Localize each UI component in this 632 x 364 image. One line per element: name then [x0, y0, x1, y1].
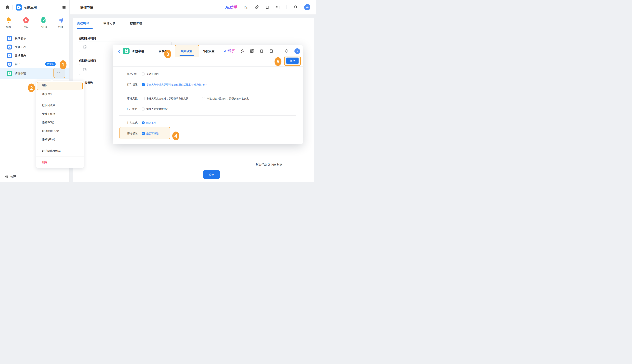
- sidebar-item-related-subtable[interactable]: 关联子表: [0, 43, 70, 51]
- approve-opinion-checkbox[interactable]: [142, 97, 145, 100]
- more-actions-button[interactable]: [54, 68, 65, 78]
- sidebar-item-output[interactable]: 输出: [0, 60, 70, 68]
- user-avatar[interactable]: 英: [304, 4, 310, 10]
- sidebar-item-label: 联动表单: [15, 37, 26, 40]
- menu-divider: [36, 144, 84, 144]
- active-dialog-tab-underline: [180, 55, 194, 56]
- row-label-print-format: 打印格式: [127, 121, 138, 124]
- row-label-approval-opinion: 审批意见: [127, 97, 138, 100]
- svg-text:¥: ¥: [18, 6, 19, 9]
- active-tab-underline: [77, 28, 93, 29]
- quick-action-cc[interactable]: 抄送: [57, 16, 65, 29]
- menu-item-hide-mobile[interactable]: 隐藏移动端: [42, 138, 55, 141]
- processed-icon: [40, 16, 47, 24]
- tab-approval-settings[interactable]: 审批设置: [203, 49, 214, 53]
- translate-icon[interactable]: A中: [240, 49, 244, 53]
- notebook-icon[interactable]: [276, 5, 280, 9]
- field-label-start-time: 假期开始时间: [79, 36, 96, 40]
- menu-item-delete[interactable]: 删除: [42, 161, 47, 164]
- menu-item-unhide-pc[interactable]: 取消隐藏PC端: [42, 130, 59, 133]
- translate-icon[interactable]: A中: [244, 5, 248, 9]
- tab-application-records[interactable]: 申请记录: [104, 21, 115, 25]
- header-divider: [13, 5, 13, 10]
- ai-assistant-button[interactable]: AI助手: [225, 5, 237, 10]
- tab-rule-settings[interactable]: 规则设置: [181, 49, 192, 53]
- quick-action-label: 已处理: [40, 26, 47, 29]
- quick-action-initiate[interactable]: 发起: [22, 16, 30, 29]
- menu-item-modify-info[interactable]: 修改信息: [42, 92, 53, 96]
- row-label-return-permission: 退回权限: [127, 72, 138, 76]
- menu-divider: [36, 99, 84, 99]
- return-permission-option[interactable]: 是否可退回: [146, 72, 159, 76]
- collapse-menu-icon[interactable]: [62, 6, 67, 10]
- tab-process-fill[interactable]: 流程填写: [77, 21, 89, 25]
- print-permission-checkbox[interactable]: [142, 83, 145, 86]
- apps-grid-icon[interactable]: [250, 49, 254, 53]
- user-avatar[interactable]: 英: [294, 48, 300, 54]
- submit-button[interactable]: 提交: [203, 170, 220, 179]
- context-menu: 编辑 修改信息 数据回收站 查看工作流 隐藏PC端 取消隐藏PC端 隐藏移动端 …: [36, 80, 84, 168]
- gear-icon: [5, 175, 9, 178]
- cc-plane-icon: [57, 16, 65, 24]
- menu-item-hide-pc[interactable]: 隐藏PC端: [42, 121, 54, 124]
- ai-assistant-button[interactable]: AI助手: [224, 49, 234, 53]
- back-chevron-icon[interactable]: [117, 49, 121, 53]
- notebook-icon[interactable]: [269, 49, 273, 53]
- annotation-step-4: 4: [172, 132, 179, 140]
- quick-action-label: 发起: [24, 26, 29, 29]
- default-condition-option[interactable]: 默认条件: [146, 121, 156, 124]
- menu-item-edit[interactable]: 编辑: [42, 84, 47, 87]
- apps-grid-icon[interactable]: [255, 5, 259, 9]
- form-doc-icon: [7, 53, 12, 58]
- home-icon[interactable]: [5, 4, 10, 10]
- sidebar-item-label: 输出: [15, 62, 21, 66]
- quick-action-label: 待办: [6, 26, 11, 29]
- header-separator: [279, 49, 279, 53]
- row-label-comment-permission: 评论权限: [127, 132, 138, 135]
- return-permission-checkbox[interactable]: [142, 72, 145, 76]
- default-condition-radio[interactable]: [142, 121, 145, 124]
- menu-item-data-recycle-bin[interactable]: 数据回收站: [42, 104, 55, 107]
- title-dotted-underline: [131, 55, 151, 55]
- annotation-step-5: 5: [274, 57, 281, 66]
- svg-text:中: 中: [242, 51, 244, 53]
- row-label-print-permission: 打印权限: [127, 83, 138, 86]
- notification-bell-icon[interactable]: [293, 5, 297, 9]
- tab-data-management[interactable]: 数据管理: [130, 21, 142, 25]
- sidebar-manage[interactable]: 管理: [0, 171, 70, 182]
- form-doc-icon: [7, 36, 12, 41]
- sidebar-item-linked-form[interactable]: 联动表单: [0, 34, 70, 43]
- sidebar-item-label: 关联子表: [15, 45, 26, 49]
- sidebar-item-data-log[interactable]: 数据日志: [0, 51, 70, 60]
- annotation-step-1: 1: [60, 60, 67, 69]
- notification-bell-icon[interactable]: [284, 49, 289, 53]
- menu-item-view-workflow[interactable]: 查看工作流: [42, 112, 55, 116]
- reject-opinion-option[interactable]: 审批人拒绝流程时，是否必填审批意见: [207, 97, 249, 100]
- page-title: 请假申请: [80, 5, 93, 10]
- menu-divider: [36, 156, 84, 157]
- initiate-play-icon: [22, 16, 30, 24]
- save-button[interactable]: 保存: [286, 58, 298, 64]
- comment-permission-checkbox[interactable]: [142, 132, 145, 135]
- app-logo-icon: ¥: [16, 4, 22, 10]
- comment-permission-option[interactable]: 是否可评论: [146, 132, 159, 135]
- reject-opinion-checkbox[interactable]: [202, 97, 205, 100]
- esignature-option[interactable]: 审批人同意时需签名: [146, 108, 169, 111]
- form-doc-icon: [7, 44, 12, 50]
- annotation-step-2: 2: [28, 84, 35, 92]
- esignature-checkbox[interactable]: [142, 108, 145, 110]
- field-label-end-time: 假期结束时间: [79, 59, 96, 63]
- print-permission-option[interactable]: 提交人与管理员是否可在流程通过后显示“下载审批PDF”: [146, 83, 207, 86]
- help-book-icon[interactable]: [265, 5, 269, 9]
- leave-form-icon: [7, 71, 12, 76]
- quick-action-processed[interactable]: 已处理: [40, 16, 47, 29]
- calendar-icon: [83, 45, 87, 49]
- dialog-header-actions: AI助手 A中 英: [224, 45, 300, 57]
- todo-bell-icon: [5, 16, 13, 24]
- menu-item-unhide-mobile[interactable]: 取消隐藏移动端: [42, 149, 61, 153]
- sidebar-item-label: 数据日志: [15, 54, 26, 58]
- approve-opinion-option[interactable]: 审批人同意流程时，是否必填审批意见: [146, 97, 188, 100]
- help-book-icon[interactable]: [259, 49, 263, 53]
- dialog-divider: [119, 91, 296, 91]
- quick-action-todo[interactable]: 待办: [5, 16, 13, 29]
